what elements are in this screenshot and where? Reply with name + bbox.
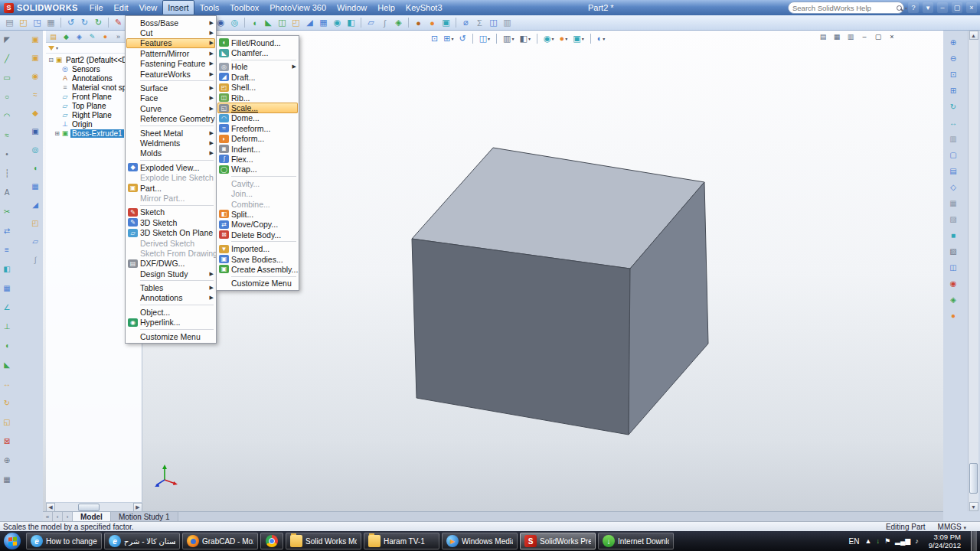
- apply-scene-icon[interactable]: ▣▾: [571, 33, 585, 44]
- menu-item-deform[interactable]: ◗Deform...: [217, 134, 298, 144]
- menu-window[interactable]: Window: [332, 0, 372, 15]
- menu-item-tables[interactable]: Tables▶: [126, 282, 215, 292]
- scrollbar-thumb[interactable]: [78, 504, 100, 511]
- menu-item-wrap[interactable]: ◯Wrap...: [217, 165, 298, 174]
- sketch-arc-icon[interactable]: ◠: [2, 110, 12, 121]
- menu-item-reference-geometry[interactable]: Reference Geometry▶: [126, 114, 215, 124]
- scale-entities-icon[interactable]: ◱: [2, 416, 12, 427]
- clock[interactable]: 3:09 PM 9/24/2012: [924, 533, 965, 549]
- menu-item-pattern-mirror[interactable]: Pattern/Mirror▶: [126, 48, 215, 58]
- menu-item-molds[interactable]: Molds▶: [126, 148, 215, 158]
- dimxpertmanager-tab-icon[interactable]: ✎: [87, 31, 98, 41]
- menu-item-chamfer[interactable]: ◣Chamfer...: [217, 47, 298, 57]
- featuremanager-tab-icon[interactable]: ▤: [47, 31, 59, 41]
- menu-item-features[interactable]: Features▶: [126, 38, 215, 48]
- menu-item-scale[interactable]: ◱Scale...: [217, 103, 298, 112]
- loft-icon[interactable]: ◆: [30, 107, 41, 118]
- new-document-icon[interactable]: ▤: [3, 16, 16, 29]
- sketch-icon[interactable]: ✎: [112, 16, 125, 29]
- rebuild-icon[interactable]: ↻: [92, 16, 105, 29]
- restore-window-icon[interactable]: ▢: [873, 32, 884, 41]
- network-icon[interactable]: ▂▄▆: [895, 537, 910, 545]
- redo-icon[interactable]: ↻: [78, 16, 91, 29]
- viewport-vertical-scrollbar[interactable]: ▲ ▼: [968, 31, 978, 511]
- menu-item-weldments[interactable]: Weldments▶: [126, 138, 215, 148]
- start-button[interactable]: [4, 533, 21, 549]
- shell-icon[interactable]: ◰: [289, 16, 302, 29]
- minimize-button[interactable]: –: [937, 2, 948, 13]
- menu-item-indent[interactable]: ◙Indent...: [217, 144, 298, 154]
- close-button[interactable]: ×: [966, 2, 977, 13]
- menu-item-sheet-metal[interactable]: Sheet Metal▶: [126, 128, 215, 138]
- scrollbar-thumb[interactable]: [969, 463, 978, 494]
- view-settings-icon[interactable]: ◐▾: [596, 33, 607, 44]
- reference-geometry-icon[interactable]: ▱: [364, 16, 377, 29]
- idm-tray-icon[interactable]: ↓: [876, 537, 880, 545]
- menu-item-annotations[interactable]: Annotations▶: [126, 293, 215, 303]
- zoom-fit-icon[interactable]: ⊡: [430, 33, 439, 44]
- menu-item-design-study[interactable]: Design Study▶: [126, 269, 215, 279]
- taskbar-item-windows-media-p[interactable]: Windows Media P...: [442, 533, 518, 549]
- print-icon[interactable]: ▦: [44, 16, 57, 29]
- menu-file[interactable]: File: [84, 0, 109, 15]
- menu-item-cut[interactable]: Cut▶: [126, 28, 215, 37]
- circular-pattern-icon[interactable]: ◉: [331, 16, 344, 29]
- scrollbar-track[interactable]: [55, 504, 133, 511]
- minimize-window-icon[interactable]: –: [859, 32, 870, 41]
- menu-item-dxf-dwg[interactable]: ▤DXF/DWG...: [126, 259, 215, 269]
- sketch-spline-icon[interactable]: ≈: [2, 129, 12, 140]
- chamfer-icon[interactable]: ◣: [262, 16, 275, 29]
- tab-scroll-left-icon[interactable]: ‹: [53, 512, 63, 521]
- features-flyout-icon[interactable]: ▣: [30, 34, 41, 44]
- hidden-lines-icon[interactable]: ▨: [948, 214, 959, 224]
- snap-icon[interactable]: ⊕: [2, 455, 12, 465]
- menu-item-sketch[interactable]: ✎Sketch: [126, 207, 215, 217]
- menu-item-dome[interactable]: ◠Dome...: [217, 113, 298, 123]
- cube-front-face[interactable]: [412, 239, 630, 435]
- volume-icon[interactable]: ♪: [915, 537, 919, 545]
- convert-entities-icon[interactable]: ⇄: [2, 225, 12, 236]
- menu-item-cavity[interactable]: Cavity...: [217, 178, 298, 188]
- menu-item-sketch-from-drawing[interactable]: Sketch From Drawing: [126, 248, 215, 258]
- trim-entities-icon[interactable]: ✂: [2, 206, 12, 217]
- menu-item-hole[interactable]: ◎Hole▶: [217, 62, 298, 72]
- menu-item-delete-body[interactable]: ⊠Delete Body...: [217, 230, 298, 240]
- sketch-pattern-icon[interactable]: ▦: [2, 282, 12, 293]
- linear-pattern-icon[interactable]: ▦: [317, 16, 330, 29]
- units-selector[interactable]: MMGS ▾: [938, 523, 966, 531]
- menu-item-face[interactable]: Face▶: [126, 93, 215, 103]
- extrude-icon[interactable]: ▣: [30, 52, 41, 63]
- taskbar-item-solid-works-modle[interactable]: Solid Works Modle: [286, 533, 361, 549]
- menu-item-surface[interactable]: Surface▶: [126, 83, 215, 93]
- zoom-out-icon[interactable]: ⊖: [948, 53, 959, 64]
- search-box[interactable]: ▾: [788, 2, 904, 14]
- scroll-up-button[interactable]: ▲: [969, 31, 978, 40]
- zoom-in-icon[interactable]: ⊕: [948, 37, 959, 47]
- menu-tools[interactable]: Tools: [194, 0, 225, 15]
- menu-item-curve[interactable]: Curve▶: [126, 103, 215, 113]
- scroll-right-button[interactable]: ▶: [133, 503, 142, 512]
- curves-icon[interactable]: ∫: [378, 16, 391, 29]
- taskbar-item-solidworks-premi[interactable]: SolidWorks Premi...: [520, 533, 596, 549]
- edit-appearance-icon[interactable]: ●▾: [558, 33, 570, 44]
- menu-item-join[interactable]: Join...: [217, 188, 298, 198]
- section-view-icon[interactable]: ◫▾: [478, 33, 492, 44]
- search-input[interactable]: [792, 4, 893, 12]
- tab-scroll-right-icon[interactable]: ›: [63, 512, 73, 521]
- open-document-icon[interactable]: ◰: [17, 16, 30, 29]
- section-icon[interactable]: ◫: [948, 262, 959, 272]
- edit-material-icon[interactable]: ●: [412, 16, 425, 29]
- menu-help[interactable]: Help: [372, 0, 400, 15]
- menu-item-explode-line-sketch[interactable]: Explode Line Sketch: [126, 172, 215, 182]
- revolve-icon[interactable]: ◉: [30, 70, 41, 81]
- menu-item-3d-sketch-on-plane[interactable]: ▱3D Sketch On Plane: [126, 227, 215, 237]
- shadow-icon[interactable]: ▧: [948, 246, 959, 256]
- menu-item-shell[interactable]: ◰Shell...: [217, 83, 298, 93]
- edit-appearance-icon[interactable]: ●: [426, 16, 439, 29]
- hole-wizard-icon[interactable]: ◎: [228, 16, 241, 29]
- rotate-view-icon[interactable]: ↻: [948, 101, 959, 112]
- tab-flyout-arrow-icon[interactable]: »: [113, 31, 124, 41]
- display-style-icon[interactable]: ◧▾: [518, 33, 532, 44]
- configurationmanager-tab-icon[interactable]: ◈: [74, 31, 85, 41]
- hole-icon[interactable]: ◎: [30, 144, 41, 155]
